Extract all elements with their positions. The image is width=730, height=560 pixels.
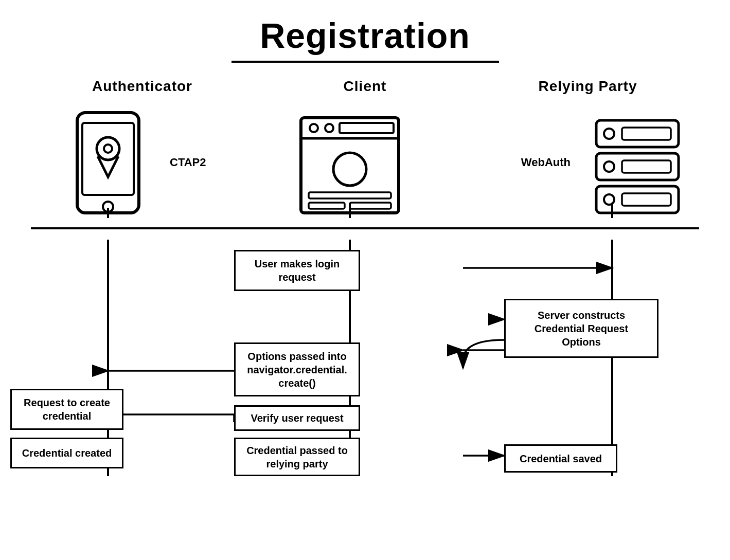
svg-point-15	[604, 129, 614, 139]
svg-rect-17	[596, 153, 679, 180]
box-request-create: Request to create credential	[10, 389, 123, 430]
col-header-authenticator: Authenticator	[65, 78, 220, 95]
rp-icon-col	[586, 115, 689, 218]
svg-rect-9	[340, 123, 394, 133]
client-icon-col	[298, 115, 401, 218]
column-headers: Authenticator Client Relying Party	[0, 78, 730, 95]
icons-row: CTAP2 WebAuth	[0, 100, 730, 218]
svg-rect-20	[596, 186, 679, 213]
authenticator-icon-col	[67, 110, 149, 218]
box-credential-passed: Credential passed to relying party	[234, 438, 360, 476]
box-credential-saved: Credential saved	[504, 444, 617, 473]
box-verify-user: Verify user request	[234, 405, 360, 431]
webauth-label: WebAuth	[521, 156, 571, 169]
col-header-client: Client	[288, 78, 442, 95]
box-credential-created: Credential created	[10, 438, 123, 468]
title-underline	[232, 61, 499, 63]
svg-point-21	[604, 194, 614, 205]
authenticator-icon	[67, 110, 149, 218]
box-server-constructs: Server constructs Credential Request Opt…	[504, 299, 658, 358]
rp-icon	[586, 115, 689, 218]
svg-point-4	[104, 144, 112, 153]
svg-rect-22	[622, 193, 671, 206]
svg-rect-16	[622, 128, 671, 140]
svg-point-3	[97, 137, 119, 160]
box-options-passed: Options passed into navigator.credential…	[234, 342, 360, 396]
flow-area: User makes login request Server construc…	[0, 240, 730, 476]
svg-rect-14	[596, 120, 679, 147]
svg-point-2	[103, 202, 113, 212]
svg-rect-13	[350, 203, 391, 209]
h-divider	[31, 227, 699, 229]
svg-point-18	[604, 161, 614, 172]
svg-rect-12	[309, 203, 345, 209]
svg-point-8	[325, 124, 333, 132]
page-title: Registration	[0, 0, 730, 56]
svg-rect-0	[77, 113, 139, 213]
ctap2-label: CTAP2	[170, 156, 206, 169]
client-icon	[298, 115, 401, 218]
svg-rect-11	[309, 192, 391, 198]
svg-point-10	[333, 153, 366, 186]
svg-point-7	[310, 124, 318, 132]
box-login-request: User makes login request	[234, 250, 360, 291]
page: Registration Authenticator Client Relyin…	[0, 0, 730, 560]
svg-rect-19	[622, 160, 671, 173]
col-header-rp: Relying Party	[511, 78, 665, 95]
